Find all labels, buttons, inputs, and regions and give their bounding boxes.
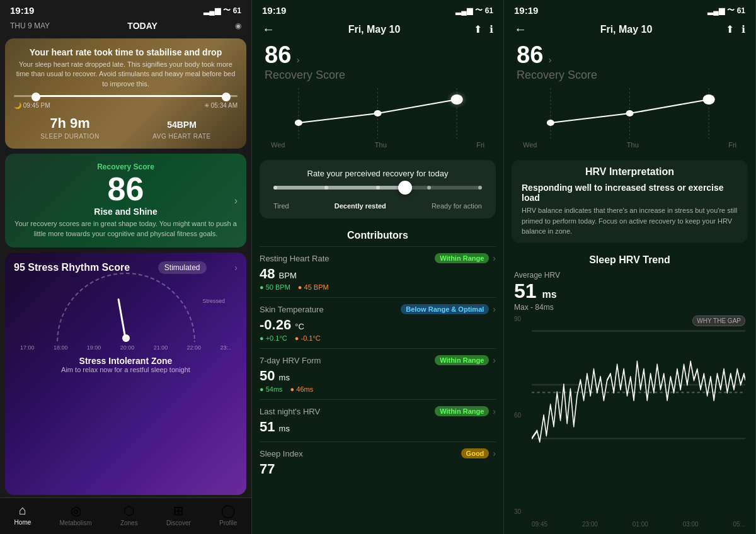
hrv-y-labels: 90 60 30 xyxy=(514,315,521,516)
sleep-duration-label: SLEEP DURATION xyxy=(40,133,99,140)
recovery-label: Recovery Score xyxy=(14,162,238,171)
panel-home: 19:19 ▂▄▆ 〜 61 THU 9 MAY TODAY ◉ Your he… xyxy=(0,0,252,534)
contributor-hrv-form-sub: ● 54ms ● 46ms xyxy=(260,385,496,393)
contributor-sleep-index-badge: Good xyxy=(461,448,490,458)
bottom-nav: ⌂ Home ◎ Metabolism ⬡ Zones ⊞ Discover ◯… xyxy=(0,497,251,534)
contributor-last-hrv[interactable]: Last night's HRV Within Range › 51 ms xyxy=(260,399,496,441)
svg-point-3 xyxy=(295,120,302,126)
status-time-2: 19:19 xyxy=(262,5,286,16)
status-icons-1: ▂▄▆ 〜 61 xyxy=(203,5,241,16)
nav-metabolism-label: Metabolism xyxy=(60,520,92,526)
contributor-hrv-form-badge: Within Range xyxy=(435,355,489,365)
recovery-card[interactable]: Recovery Score 86 Rise and Shine Your re… xyxy=(5,154,246,247)
chart-label-3: Recovery Score xyxy=(517,69,743,82)
signal-icon-3: ▂▄▆ xyxy=(707,6,724,15)
panel3-title: Fri, May 10 xyxy=(600,24,653,35)
line-chart-2 xyxy=(265,88,491,139)
share-icon-2[interactable]: ⬆ xyxy=(474,23,482,35)
slider-thumb[interactable] xyxy=(398,181,412,195)
stress-zone-desc: Aim to relax now for a restful sleep ton… xyxy=(14,366,238,373)
rating-title: Rate your perceived recovery for today xyxy=(268,169,487,178)
stress-badge: Stimulated xyxy=(158,261,207,274)
contributor-rhr-badge: Within Range xyxy=(435,253,489,263)
panel-recovery: 19:19 ▂▄▆ 〜 61 ← Fri, May 10 ⬆ ℹ 86 › Re… xyxy=(252,0,504,534)
chart-label-2: Recovery Score xyxy=(265,69,491,82)
panel1-header: THU 9 MAY TODAY ◉ xyxy=(0,18,251,36)
panel2-navbar: ← Fri, May 10 ⬆ ℹ xyxy=(252,18,503,42)
chart-score-2: 86 › xyxy=(265,42,491,69)
sleep-hr-label: AVG HEART RATE xyxy=(152,133,210,140)
contributor-sleep-index-value: 77 xyxy=(260,461,496,477)
wifi-icon-3: 〜 xyxy=(727,5,735,16)
sleep-card-subtitle: Your sleep heart rate dropped late. This… xyxy=(14,60,238,89)
header-icon: ◉ xyxy=(235,21,241,30)
stress-card[interactable]: 95 Stress Rhythm Score Stimulated › Stre… xyxy=(5,253,246,495)
sleep-card-title: Your heart rate took time to stabilise a… xyxy=(14,47,238,57)
stress-footer: Stress Intolerant Zone Aim to relax now … xyxy=(14,356,238,373)
contributor-last-hrv-value: 51 ms xyxy=(260,419,496,435)
contributor-hrv-form[interactable]: 7-day HRV Form Within Range › 50 ms ● 54… xyxy=(260,348,496,399)
hrv-trend-svg xyxy=(532,315,745,516)
nav-actions-2: ⬆ ℹ xyxy=(474,23,493,35)
share-icon-3[interactable]: ⬆ xyxy=(726,23,734,35)
wifi-icon-2: 〜 xyxy=(475,5,483,16)
contributor-rhr[interactable]: Resting Heart Rate Within Range › 48 BPM… xyxy=(260,246,496,297)
contributor-sleep-index[interactable]: Sleep Index Good › 77 xyxy=(260,441,496,484)
contributor-rhr-name: Resting Heart Rate xyxy=(260,254,329,263)
hrv-avg-label: Average HRV xyxy=(514,271,745,280)
chart-area-3: 86 › Recovery Score Wed Thu Fri xyxy=(504,42,755,155)
nav-profile-label: Profile xyxy=(219,520,237,526)
why-gap-button[interactable]: WHY THE GAP xyxy=(692,315,745,326)
sleep-duration-value: 7h 9m xyxy=(40,115,99,132)
info-icon-2[interactable]: ℹ xyxy=(490,23,493,35)
info-icon-3[interactable]: ℹ xyxy=(742,23,745,35)
chart-x-labels-2: Wed Thu Fri xyxy=(265,141,491,149)
rating-section[interactable]: Rate your perceived recovery for today T… xyxy=(260,160,496,219)
nav-profile[interactable]: ◯ Profile xyxy=(219,503,237,526)
svg-point-6 xyxy=(446,91,467,108)
svg-point-11 xyxy=(626,110,634,116)
chart-score-3: 86 › xyxy=(517,42,743,69)
sleep-card[interactable]: Your heart rate took time to stabilise a… xyxy=(5,38,246,149)
hrv-x-labels: 09:45 23:00 01:00 03:00 05:.. xyxy=(532,521,745,528)
svg-point-12 xyxy=(703,94,715,105)
nav-zones[interactable]: ⬡ Zones xyxy=(120,503,138,526)
recovery-desc: Your recovery scores are in great shape … xyxy=(14,219,238,239)
status-icons-3: ▂▄▆ 〜 61 xyxy=(707,5,745,16)
forward-arrow-3: › xyxy=(549,55,552,65)
hrv-interpretation-section: HRV Interpretation Responding well to in… xyxy=(512,160,748,243)
contributor-skin-temp[interactable]: Skin Temperature Below Range & Optimal ›… xyxy=(260,297,496,348)
panel-hrv: 19:19 ▂▄▆ 〜 61 ← Fri, May 10 ⬆ ℹ 86 › Re… xyxy=(504,0,756,534)
panel3-navbar: ← Fri, May 10 ⬆ ℹ xyxy=(504,18,755,42)
chart-svg-2 xyxy=(265,88,491,139)
profile-icon: ◯ xyxy=(221,503,235,518)
contributor-last-hrv-badge: Within Range xyxy=(435,406,489,416)
metabolism-icon: ◎ xyxy=(71,503,81,518)
status-bar-3: 19:19 ▂▄▆ 〜 61 xyxy=(504,0,755,18)
hrv-section-title: HRV Interpretation xyxy=(522,166,738,178)
contributors-title: Contributors xyxy=(252,230,503,241)
home-icon: ⌂ xyxy=(19,503,26,518)
chart-score-value-2: 86 xyxy=(265,42,291,68)
status-time-3: 19:19 xyxy=(514,5,538,16)
back-button-3[interactable]: ← xyxy=(514,22,527,37)
line-chart-3 xyxy=(517,88,743,139)
sleep-hr-value: 54BPM xyxy=(152,115,210,132)
contributor-last-hrv-name: Last night's HRV xyxy=(260,407,320,416)
back-button-2[interactable]: ← xyxy=(262,22,275,37)
nav-home[interactable]: ⌂ Home xyxy=(14,503,32,526)
nav-zones-label: Zones xyxy=(120,520,138,526)
stressed-label: Stressed xyxy=(202,298,225,304)
contributor-temp-sub: ● +0.1°C ● -0.1°C xyxy=(260,334,496,342)
status-bar-2: 19:19 ▂▄▆ 〜 61 xyxy=(252,0,503,18)
chart-x-labels-3: Wed Thu Fri xyxy=(517,141,743,149)
rating-slider[interactable] xyxy=(273,186,482,190)
battery-icon: 61 xyxy=(233,6,241,15)
nav-actions-3: ⬆ ℹ xyxy=(726,23,745,35)
rating-label-right: Ready for action xyxy=(432,202,482,210)
nav-metabolism[interactable]: ◎ Metabolism xyxy=(60,503,92,526)
nav-discover[interactable]: ⊞ Discover xyxy=(166,503,191,526)
panel2-title: Fri, May 10 xyxy=(348,24,401,35)
header-title: TODAY xyxy=(127,21,157,31)
rating-label-left: Tired xyxy=(273,202,289,210)
